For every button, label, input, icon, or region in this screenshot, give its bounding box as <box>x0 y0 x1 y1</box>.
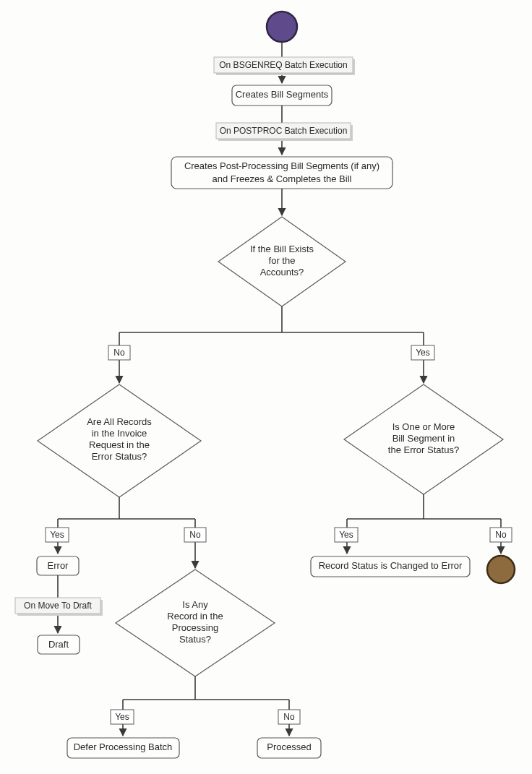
svg-text:Draft: Draft <box>48 639 69 650</box>
decision-one-or-more-error: Is One or More Bill Segment in the Error… <box>344 384 503 494</box>
svg-text:Record Status is Changed to Er: Record Status is Changed to Error <box>319 560 463 571</box>
process-post-processing-line1: Creates Post-Processing Bill Segments (i… <box>184 160 379 171</box>
svg-text:Are All Records: Are All Records <box>87 416 152 427</box>
process-defer-processing-batch: Defer Processing Batch <box>67 738 179 758</box>
svg-text:No: No <box>113 348 125 358</box>
svg-text:Defer Processing Batch: Defer Processing Batch <box>74 741 173 752</box>
process-draft: Draft <box>38 635 80 654</box>
branch-label-all-error-yes: Yes <box>46 528 69 542</box>
process-post-processing: Creates Post-Processing Bill Segments (i… <box>171 157 392 189</box>
svg-text:No: No <box>189 530 201 540</box>
svg-text:Error: Error <box>48 560 69 571</box>
process-create-bill-segments: Creates Bill Segments <box>232 85 332 106</box>
decision-any-processing: Is Any Record in the Processing Status? <box>116 569 275 676</box>
svg-text:Request in the: Request in the <box>89 439 150 450</box>
decision-bill-exists-line1: If the Bill Exists <box>250 244 314 254</box>
process-create-bill-segments-text: Creates Bill Segments <box>236 89 329 100</box>
svg-text:Is Any: Is Any <box>182 599 208 610</box>
decision-bill-exists-line3: Accounts? <box>260 267 304 278</box>
svg-text:On Move To Draft: On Move To Draft <box>24 601 92 611</box>
edge-label-postproc: On POSTPROC Batch Execution <box>216 123 353 141</box>
svg-text:the Error Status?: the Error Status? <box>388 444 459 455</box>
svg-text:No: No <box>283 712 295 722</box>
decision-bill-exists-line2: for the <box>269 255 296 266</box>
edge-label-postproc-text: On POSTPROC Batch Execution <box>220 126 348 136</box>
svg-text:Processed: Processed <box>267 741 311 752</box>
edge-label-bsgenreq: On BSGENREQ Batch Execution <box>214 57 355 75</box>
edge-label-move-to-draft: On Move To Draft <box>15 598 103 616</box>
svg-text:Yes: Yes <box>339 530 353 540</box>
branch-label-bill-exists-yes: Yes <box>411 345 434 360</box>
svg-text:Yes: Yes <box>50 530 64 540</box>
svg-text:in the Invoice: in the Invoice <box>92 428 147 439</box>
edge-label-bsgenreq-text: On BSGENREQ Batch Execution <box>219 60 347 70</box>
branch-label-one-or-more-yes: Yes <box>335 528 358 542</box>
branch-label-bill-exists-no: No <box>108 345 130 360</box>
branch-label-processing-yes: Yes <box>111 710 134 724</box>
end-node <box>487 556 515 583</box>
branch-label-all-error-no: No <box>184 528 206 542</box>
svg-text:Yes: Yes <box>416 348 430 358</box>
decision-bill-exists: If the Bill Exists for the Accounts? <box>218 217 346 306</box>
branch-label-processing-no: No <box>278 710 300 724</box>
svg-text:Status?: Status? <box>179 634 211 645</box>
branch-label-one-or-more-no: No <box>490 528 512 542</box>
process-error: Error <box>37 556 79 575</box>
svg-text:Yes: Yes <box>115 712 129 722</box>
process-post-processing-line2: and Freezes & Completes the Bill <box>213 173 352 184</box>
svg-text:Is One or More: Is One or More <box>392 421 455 432</box>
svg-text:Processing: Processing <box>172 622 218 633</box>
svg-text:Bill Segment in: Bill Segment in <box>392 433 455 444</box>
decision-all-records-error: Are All Records in the Invoice Request i… <box>38 384 201 497</box>
process-processed: Processed <box>257 738 321 758</box>
svg-text:Error Status?: Error Status? <box>92 451 147 462</box>
svg-text:Record in the: Record in the <box>167 611 223 622</box>
process-record-status-error: Record Status is Changed to Error <box>311 556 470 577</box>
svg-text:No: No <box>495 530 507 540</box>
start-node <box>267 12 297 42</box>
